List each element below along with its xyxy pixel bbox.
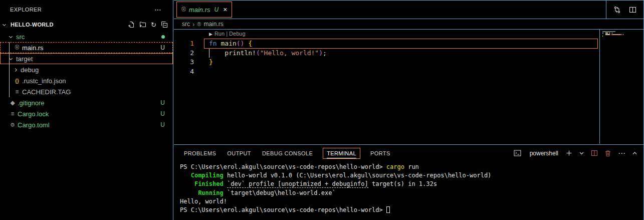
terminal-line: Running `target\debug\hello-world.exe`: [180, 189, 641, 197]
tree-item-label: main.rs: [22, 44, 44, 52]
line-number: 3: [174, 58, 194, 67]
panel-tab-ports[interactable]: PORTS: [369, 148, 391, 159]
git-file-icon: ◆: [9, 99, 17, 106]
minimap-code: [602, 31, 624, 39]
open-changes-icon[interactable]: [613, 6, 621, 14]
tree-item-label: .gitignore: [18, 99, 44, 107]
breadcrumb: src › ® main.rs: [174, 19, 643, 30]
terminal-line: PS C:\Users\erol.akgul\source\vs-code-re…: [180, 206, 641, 214]
chevron-down-icon: [3, 22, 6, 26]
editor-indent-guide: [209, 49, 209, 58]
editor-actions: [606, 1, 643, 19]
git-status-badge: U: [160, 44, 165, 51]
tree-item-gitignore[interactable]: ◆.gitignoreU: [0, 97, 173, 108]
tree-item-rustc-info-json[interactable]: {}.rustc_info.json: [0, 75, 173, 86]
editor-tab-bar: ® main.rs U ×: [174, 1, 643, 19]
explorer-title: EXPLORER: [10, 7, 42, 13]
close-icon[interactable]: ×: [223, 6, 227, 14]
rust-file-icon: ®: [181, 6, 186, 13]
vscode-window: EXPLORER ⋯ HELLO-WORLD ↻ src®main.rsUtar…: [0, 0, 644, 220]
tree-item-main-rs[interactable]: ®main.rsU: [0, 42, 173, 53]
modified-dot-badge: [161, 35, 165, 39]
breadcrumb-file[interactable]: main.rs: [203, 21, 223, 28]
code-line: println!("Hello, world!");: [209, 49, 327, 58]
minimap[interactable]: [599, 30, 643, 144]
chevron-down-icon: [9, 34, 13, 38]
refresh-icon[interactable]: ↻: [151, 22, 156, 28]
git-status-badge: U: [160, 99, 165, 106]
tree-item-cargo-lock[interactable]: ≡Cargo.lockU: [0, 108, 173, 119]
chevron-right-icon: ›: [192, 21, 194, 28]
code-line: }: [209, 58, 327, 67]
breadcrumb-folder[interactable]: src: [182, 21, 190, 28]
rust-file-icon: ®: [197, 21, 201, 27]
chevron-right-icon: [14, 68, 17, 71]
tab-label: main.rs: [189, 6, 210, 14]
tab-main-rs[interactable]: ® main.rs U ×: [176, 2, 232, 18]
terminal-line: Finished `dev` profile [unoptimized + de…: [180, 180, 641, 188]
code-lens-run[interactable]: Run: [214, 31, 225, 37]
new-folder-icon[interactable]: [139, 21, 146, 28]
file-tree: src®main.rsUtargetdebug{}.rustc_info.jso…: [0, 30, 173, 130]
code-lens: ▶Run | Debug: [209, 31, 246, 37]
list-file-icon: ≡: [9, 110, 17, 117]
explorer-sidebar: EXPLORER ⋯ HELLO-WORLD ↻ src®main.rsUtar…: [0, 0, 173, 220]
tree-item-label: .rustc_info.json: [22, 77, 66, 85]
tree-item-label: Cargo.toml: [18, 121, 50, 129]
tree-item-target[interactable]: target: [0, 53, 173, 64]
split-editor-icon[interactable]: [629, 6, 636, 14]
tab-modified-badge: U: [214, 6, 219, 13]
line-number-gutter: 1234: [174, 39, 194, 77]
terminal-line: Hello, world!: [180, 197, 641, 206]
views-more-actions-icon[interactable]: ⋯: [154, 6, 162, 14]
project-section-header[interactable]: HELLO-WORLD ↻: [0, 19, 173, 30]
gear-file-icon: ⚙: [9, 122, 17, 128]
terminal-actions: powershell ⋯: [514, 145, 637, 161]
explorer-action-icons: ↻: [128, 21, 168, 28]
panel-tab-terminal[interactable]: TERMINAL: [323, 148, 360, 159]
bottom-panel: PROBLEMSOUTPUTDEBUG CONSOLETERMINALPORTS…: [174, 144, 643, 220]
kill-terminal-trash-icon[interactable]: [604, 150, 611, 157]
tree-item-label: debug: [21, 66, 39, 74]
new-terminal-icon[interactable]: [566, 150, 572, 156]
tree-item-debug[interactable]: debug: [0, 64, 173, 75]
panel-header: PROBLEMSOUTPUTDEBUG CONSOLETERMINALPORTS…: [174, 145, 643, 161]
launch-profile-chevron-icon[interactable]: [579, 150, 584, 156]
code-line: [209, 67, 327, 77]
terminal-output[interactable]: PS C:\Users\erol.akgul\source\vs-code-re…: [180, 163, 641, 220]
terminal-line: Compiling hello-world v0.1.0 (C:\Users\e…: [180, 171, 641, 180]
terminal-cursor: [386, 206, 390, 213]
code-lens-separator: |: [226, 31, 228, 37]
code-line: fn main() {: [209, 39, 327, 49]
tree-item-label: Cargo.lock: [18, 110, 49, 118]
list-file-icon: ≡: [13, 88, 21, 95]
chevron-down-icon: [9, 56, 13, 60]
tree-item-cargo-toml[interactable]: ⚙Cargo.tomlU: [0, 119, 173, 130]
git-status-badge: U: [160, 110, 165, 117]
line-number: 2: [174, 49, 194, 58]
code-lens-debug[interactable]: Debug: [229, 31, 245, 37]
more-actions-icon[interactable]: ⋯: [618, 150, 625, 156]
json-file-icon: {}: [13, 78, 21, 84]
rust-file-icon: ®: [13, 44, 21, 51]
panel-tab-debug-console[interactable]: DEBUG CONSOLE: [261, 148, 314, 159]
line-number: 4: [174, 67, 194, 77]
line-number: 1: [174, 39, 194, 49]
panel-tab-output[interactable]: OUTPUT: [226, 148, 252, 159]
tree-item-src[interactable]: src: [0, 31, 173, 42]
panel-tabs: PROBLEMSOUTPUTDEBUG CONSOLETERMINALPORTS: [183, 148, 391, 159]
code-editor[interactable]: ▶Run | Debug 1234 fn main() { println!("…: [174, 30, 643, 144]
maximize-panel-chevron-icon[interactable]: [632, 150, 637, 156]
new-file-icon[interactable]: [128, 21, 135, 28]
powershell-terminal-icon: [514, 150, 521, 156]
terminal-line: PS C:\Users\erol.akgul\source\vs-code-re…: [180, 163, 641, 171]
explorer-titlebar: EXPLORER ⋯: [0, 0, 173, 19]
git-status-badge: U: [160, 121, 165, 128]
collapse-all-icon[interactable]: [161, 21, 168, 28]
panel-tab-problems[interactable]: PROBLEMS: [183, 148, 217, 159]
shell-name[interactable]: powershell: [530, 150, 558, 157]
tree-item-cachedir-tag[interactable]: ≡CACHEDIR.TAG: [0, 86, 173, 97]
tree-item-label: target: [16, 55, 33, 63]
tree-indent-guide: [9, 42, 10, 97]
split-terminal-icon[interactable]: [591, 150, 598, 156]
